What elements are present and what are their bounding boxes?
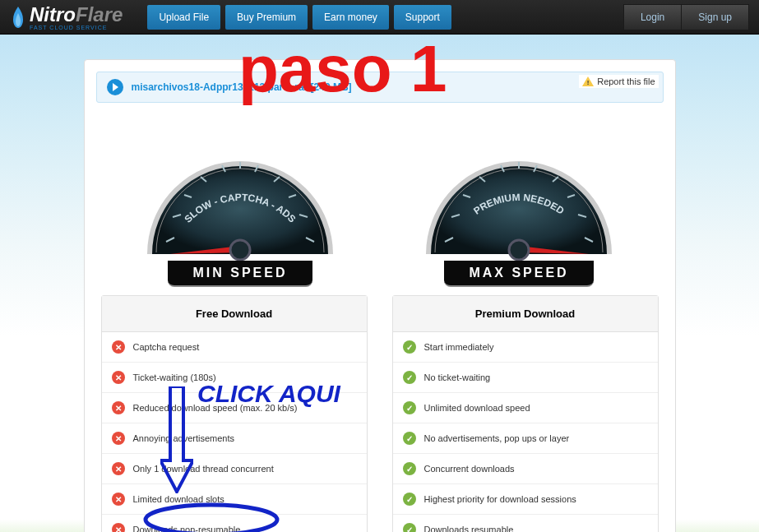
free-feature-list: ✕Captcha request ✕Ticket-waiting (180s) … <box>102 332 367 532</box>
svg-point-28 <box>509 240 529 260</box>
svg-point-14 <box>230 240 250 260</box>
x-icon: ✕ <box>112 462 125 475</box>
feature-text: Highest priority for download sessions <box>424 494 576 504</box>
x-icon: ✕ <box>112 340 125 354</box>
filename: misarchivos18-Adppr130113.part1.rar [240… <box>132 81 352 93</box>
svg-text:!: ! <box>587 79 590 86</box>
feature-text: Reduced download speed (max. 20 kb/s) <box>133 403 298 413</box>
feature-text: Downloads non-resumable <box>133 525 241 532</box>
logo-text-flare: Flare <box>76 3 123 25</box>
nav-premium[interactable]: Buy Premium <box>225 5 308 30</box>
report-file-link[interactable]: ! Report this file <box>579 75 658 88</box>
flame-icon <box>10 7 26 28</box>
x-icon: ✕ <box>112 401 125 414</box>
comparison-columns: Free Download ✕Captcha request ✕Ticket-w… <box>85 287 675 532</box>
list-item: ✓No advertisements, pop ups or layer <box>393 423 658 454</box>
x-icon: ✕ <box>112 432 125 445</box>
file-info-bar: misarchivos18-Adppr130113.part1.rar [240… <box>96 72 664 103</box>
play-icon[interactable] <box>107 79 123 95</box>
check-icon: ✓ <box>403 340 416 354</box>
feature-text: No advertisements, pop ups or layer <box>424 433 570 443</box>
login-button[interactable]: Login <box>623 4 681 30</box>
check-icon: ✓ <box>403 432 416 445</box>
x-icon: ✕ <box>112 371 125 384</box>
free-column: Free Download ✕Captcha request ✕Ticket-w… <box>101 295 368 532</box>
list-item: ✓Downloads resumable <box>393 515 658 532</box>
max-speed-label: MAX SPEED <box>444 261 593 287</box>
premium-header: Premium Download <box>393 296 658 332</box>
free-header: Free Download <box>102 296 367 332</box>
list-item: ✕Captcha request <box>102 332 367 363</box>
list-item: ✓No ticket-waiting <box>393 363 658 393</box>
logo[interactable]: NitroFlare FAST CLOUD SERVICE <box>10 3 123 30</box>
list-item: ✕Downloads non-resumable <box>102 515 367 532</box>
feature-text: No ticket-waiting <box>424 372 491 382</box>
feature-text: Annoying advertisements <box>133 433 235 443</box>
list-item: ✓Start immediately <box>393 332 658 363</box>
logo-text-nitro: Nitro <box>30 3 76 25</box>
gauge-premium: PREMIUM NEEDED MAX SPEED <box>396 123 642 287</box>
header-bar: NitroFlare FAST CLOUD SERVICE Upload Fil… <box>0 0 759 35</box>
gauge-max-icon: PREMIUM NEEDED <box>412 123 626 262</box>
feature-text: Captcha request <box>133 342 200 352</box>
feature-text: Unlimited download speed <box>424 403 530 413</box>
feature-text: Concurrent downloads <box>424 464 515 474</box>
list-item: ✕Limited download slots <box>102 484 367 515</box>
check-icon: ✓ <box>403 462 416 475</box>
list-item: ✓Concurrent downloads <box>393 454 658 484</box>
list-item: ✕Reduced download speed (max. 20 kb/s) <box>102 393 367 423</box>
nav-upload[interactable]: Upload File <box>147 5 220 30</box>
content-panel: misarchivos18-Adppr130113.part1.rar [240… <box>84 59 676 532</box>
signup-button[interactable]: Sign up <box>681 4 749 30</box>
list-item: ✓Highest priority for download sessions <box>393 484 658 515</box>
list-item: ✕Annoying advertisements <box>102 423 367 454</box>
nav-earn[interactable]: Earn money <box>312 5 389 30</box>
feature-text: Only 1 download thread concurrent <box>133 464 274 474</box>
report-label: Report this file <box>597 76 655 86</box>
gauges-row: SLOW - CAPTCHA - ADS MIN SPEED <box>85 114 675 287</box>
feature-text: Ticket-waiting (180s) <box>133 372 216 382</box>
feature-text: Limited download slots <box>133 494 224 504</box>
list-item: ✓Unlimited download speed <box>393 393 658 423</box>
warning-icon: ! <box>582 76 594 86</box>
gauge-free: SLOW - CAPTCHA - ADS MIN SPEED <box>117 123 363 287</box>
premium-column: Premium Download ✓Start immediately ✓No … <box>392 295 659 532</box>
x-icon: ✕ <box>112 493 125 506</box>
min-speed-label: MIN SPEED <box>168 261 312 287</box>
gauge-min-icon: SLOW - CAPTCHA - ADS <box>133 123 347 262</box>
check-icon: ✓ <box>403 493 416 506</box>
premium-feature-list: ✓Start immediately ✓No ticket-waiting ✓U… <box>393 332 658 532</box>
check-icon: ✓ <box>403 401 416 414</box>
list-item: ✕Only 1 download thread concurrent <box>102 454 367 484</box>
check-icon: ✓ <box>403 371 416 384</box>
logo-subtitle: FAST CLOUD SERVICE <box>30 25 123 30</box>
x-icon: ✕ <box>112 523 125 532</box>
nav-support[interactable]: Support <box>394 5 451 30</box>
list-item: ✕Ticket-waiting (180s) <box>102 363 367 393</box>
check-icon: ✓ <box>403 523 416 532</box>
feature-text: Start immediately <box>424 342 494 352</box>
feature-text: Downloads resumable <box>424 525 514 532</box>
